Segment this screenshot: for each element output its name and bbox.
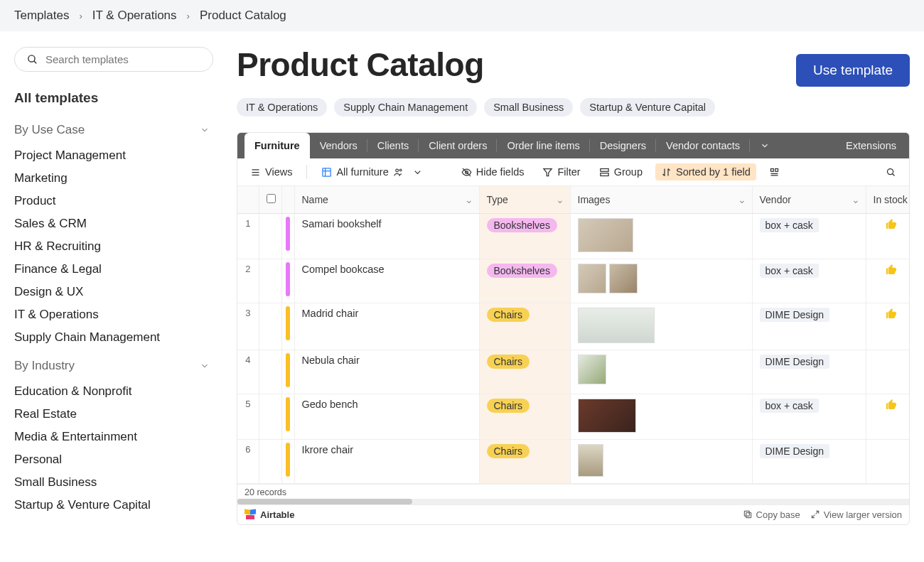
image-thumbnail[interactable]: [609, 264, 638, 293]
image-thumbnail[interactable]: [578, 218, 633, 252]
cell-vendor[interactable]: DIME Design: [752, 439, 866, 483]
image-thumbnail[interactable]: [578, 264, 606, 293]
breadcrumb-templates[interactable]: Templates: [14, 9, 69, 23]
search-records-button[interactable]: [880, 164, 902, 180]
cell-vendor[interactable]: box + cask: [752, 213, 866, 259]
copy-base-button[interactable]: Copy base: [743, 509, 800, 520]
tab-clients[interactable]: Clients: [367, 133, 419, 158]
tab-order-line-items[interactable]: Order line items: [497, 133, 589, 158]
sidebar-item[interactable]: Marketing: [14, 167, 210, 190]
cell-images[interactable]: [570, 350, 752, 394]
cell-instock[interactable]: [866, 439, 909, 483]
cell-name[interactable]: Samari bookshelf: [294, 213, 479, 259]
image-thumbnail[interactable]: [578, 355, 606, 384]
cell-type[interactable]: Chairs: [479, 439, 570, 483]
cell-images[interactable]: [570, 439, 752, 483]
section-by-industry[interactable]: By Industry: [14, 359, 210, 373]
col-images[interactable]: Images⌄: [570, 186, 752, 213]
table-row[interactable]: 6Ikrore chairChairsDIME Design: [237, 439, 909, 483]
tab-vendor-contacts[interactable]: Vendor contacts: [656, 133, 750, 158]
search-wrapper[interactable]: [14, 47, 213, 72]
table-row[interactable]: 4Nebula chairChairsDIME Design: [237, 350, 909, 394]
tab-extensions[interactable]: Extensions: [833, 133, 909, 158]
use-template-button[interactable]: Use template: [796, 54, 910, 87]
cell-instock[interactable]: [866, 259, 909, 303]
image-thumbnail[interactable]: [578, 399, 636, 433]
col-vendor[interactable]: Vendor⌄: [752, 186, 866, 213]
hide-fields-button[interactable]: Hide fields: [456, 163, 530, 180]
cell-images[interactable]: [570, 394, 752, 439]
grid-icon: [321, 167, 332, 178]
tabs-more[interactable]: [750, 133, 780, 158]
cell-name[interactable]: Nebula chair: [294, 350, 479, 394]
table-row[interactable]: 3Madrid chairChairsDIME Design: [237, 303, 909, 350]
cell-vendor[interactable]: DIME Design: [752, 350, 866, 394]
tab-vendors[interactable]: Vendors: [310, 133, 367, 158]
sidebar-item[interactable]: Project Management: [14, 144, 210, 167]
sidebar-item[interactable]: Finance & Legal: [14, 258, 210, 281]
tab-client-orders[interactable]: Client orders: [419, 133, 497, 158]
sidebar-item[interactable]: Supply Chain Management: [14, 326, 210, 349]
view-larger-button[interactable]: View larger version: [810, 509, 902, 520]
cell-vendor[interactable]: box + cask: [752, 394, 866, 439]
filter-button[interactable]: Filter: [537, 163, 586, 180]
cell-images[interactable]: [570, 303, 752, 350]
cell-type[interactable]: Chairs: [479, 394, 570, 439]
image-thumbnail[interactable]: [578, 444, 603, 477]
image-thumbnail[interactable]: [578, 308, 655, 343]
section-by-use-case[interactable]: By Use Case: [14, 123, 210, 137]
cell-name[interactable]: Ikrore chair: [294, 439, 479, 483]
airtable-brand[interactable]: Airtable: [245, 509, 294, 520]
horizontal-scrollbar[interactable]: [237, 499, 909, 504]
tag[interactable]: Startup & Venture Capital: [580, 98, 715, 117]
sidebar-item[interactable]: HR & Recruiting: [14, 235, 210, 258]
select-all-checkbox[interactable]: [267, 194, 276, 203]
cell-images[interactable]: [570, 259, 752, 303]
sidebar-item[interactable]: Design & UX: [14, 281, 210, 303]
sidebar-item[interactable]: Small Business: [14, 471, 210, 494]
table-row[interactable]: 1Samari bookshelfBookshelvesbox + cask: [237, 213, 909, 259]
tag[interactable]: IT & Operations: [237, 98, 327, 117]
cell-vendor[interactable]: box + cask: [752, 259, 866, 303]
tag[interactable]: Small Business: [484, 98, 573, 117]
col-name[interactable]: Name⌄: [294, 186, 479, 213]
cell-vendor[interactable]: DIME Design: [752, 303, 866, 350]
sidebar-item[interactable]: Education & Nonprofit: [14, 380, 210, 403]
breadcrumb-category[interactable]: IT & Operations: [92, 9, 177, 23]
tab-designers[interactable]: Designers: [590, 133, 656, 158]
cell-instock[interactable]: [866, 213, 909, 259]
cell-name[interactable]: Gedo bench: [294, 394, 479, 439]
col-type[interactable]: Type⌄: [479, 186, 570, 213]
row-number: 2: [237, 259, 259, 303]
cell-type[interactable]: Bookshelves: [479, 213, 570, 259]
cell-images[interactable]: [570, 213, 752, 259]
cell-type[interactable]: Chairs: [479, 303, 570, 350]
cell-name[interactable]: Compel bookcase: [294, 259, 479, 303]
views-button[interactable]: Views: [245, 163, 298, 180]
sort-button[interactable]: Sorted by 1 field: [655, 163, 756, 180]
group-button[interactable]: Group: [593, 163, 648, 180]
cell-instock[interactable]: [866, 350, 909, 394]
view-selector[interactable]: All furniture: [316, 163, 428, 180]
sidebar-item[interactable]: Sales & CRM: [14, 212, 210, 235]
cell-instock[interactable]: [866, 303, 909, 350]
cell-name[interactable]: Madrid chair: [294, 303, 479, 350]
table-row[interactable]: 2Compel bookcaseBookshelvesbox + cask: [237, 259, 909, 303]
sidebar-item[interactable]: Media & Entertainment: [14, 426, 210, 448]
sidebar-item[interactable]: Product: [14, 190, 210, 212]
color-button[interactable]: [763, 164, 785, 180]
cell-type[interactable]: Bookshelves: [479, 259, 570, 303]
cell-type[interactable]: Chairs: [479, 350, 570, 394]
sidebar-item[interactable]: IT & Operations: [14, 303, 210, 326]
sidebar-item[interactable]: Personal: [14, 448, 210, 471]
all-templates-link[interactable]: All templates: [14, 90, 210, 106]
sidebar-item[interactable]: Startup & Venture Capital: [14, 494, 210, 517]
col-instock[interactable]: In stock: [866, 186, 909, 213]
sidebar-item[interactable]: Real Estate: [14, 403, 210, 426]
table-row[interactable]: 5Gedo benchChairsbox + cask: [237, 394, 909, 439]
tab-furniture[interactable]: Furniture: [245, 133, 310, 158]
cell-instock[interactable]: [866, 394, 909, 439]
tag[interactable]: Supply Chain Management: [334, 98, 477, 117]
select-all[interactable]: [259, 186, 281, 213]
search-input[interactable]: [45, 53, 201, 65]
